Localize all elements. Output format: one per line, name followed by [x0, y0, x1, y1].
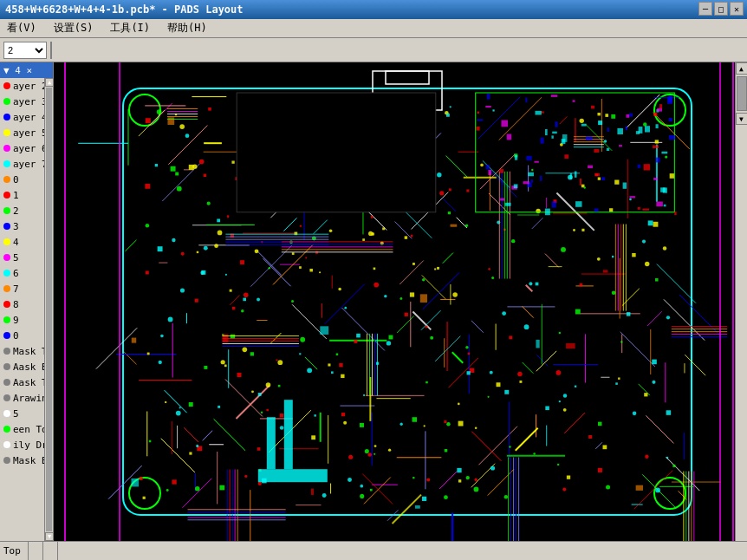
layer-item[interactable]: ayer 7	[0, 156, 44, 172]
layer-item[interactable]: 9	[0, 312, 44, 328]
layer-name: 5	[13, 252, 19, 264]
layer-color-indicator	[3, 176, 10, 183]
scroll-down-button[interactable]: ▼	[45, 532, 53, 541]
layer-item[interactable]: Arawing	[0, 390, 44, 406]
layer-color-indicator	[3, 332, 10, 339]
layer-color-indicator	[3, 285, 10, 292]
scroll-up-button[interactable]: ▲	[45, 78, 53, 87]
pcb-canvas[interactable]	[54, 62, 735, 541]
layer-item[interactable]: 0	[0, 172, 44, 187]
layer-color-indicator	[3, 316, 10, 323]
layer-name: een Top	[13, 424, 44, 435]
layer-name: 7	[13, 283, 19, 295]
layer-item[interactable]: ayer 2	[0, 78, 44, 94]
layer-item[interactable]: Aask Bot	[0, 359, 44, 374]
layer-color-indicator	[3, 441, 10, 448]
layer-name: 5	[13, 408, 19, 420]
menu-item[interactable]: 工具(I)	[107, 19, 153, 37]
layer-color-indicator	[3, 410, 10, 417]
layer-list: ayer 2ayer 3ayer 4ayer 5ayer 6ayer 70123…	[0, 78, 44, 541]
layer-color-indicator	[3, 207, 10, 214]
layer-item[interactable]: Mask To	[0, 343, 44, 359]
layer-name: Aask Bot	[13, 361, 44, 373]
layer-name: Aask Top	[13, 377, 44, 388]
layer-item[interactable]: 8	[0, 296, 44, 312]
maximize-button[interactable]: □	[714, 2, 728, 16]
layer-item[interactable]: 5	[0, 406, 44, 421]
layer-color-indicator	[3, 192, 10, 199]
layer-item[interactable]: 7	[0, 281, 44, 296]
menu-bar: 看(V)设置(S)工具(I)帮助(H)	[0, 19, 747, 38]
layer-item[interactable]: ily Drawi	[0, 437, 44, 453]
layer-item[interactable]: 5	[0, 250, 44, 265]
layer-color-indicator	[3, 379, 10, 386]
layer-item[interactable]: een Top	[0, 421, 44, 437]
layer-color-indicator	[3, 394, 10, 401]
layer-name: ayer 7	[13, 159, 44, 170]
menu-item[interactable]: 设置(S)	[50, 19, 97, 37]
layer-item[interactable]: Aask Top	[0, 374, 44, 390]
layer-color-indicator	[3, 98, 10, 105]
layer-color-indicator	[3, 129, 10, 136]
layer-name: ayer 2	[13, 81, 44, 92]
layer-color-indicator	[3, 348, 10, 355]
window-controls: ─ □ ✕	[698, 2, 744, 16]
layer-color-indicator	[3, 457, 10, 464]
layer-scrollbar: ▲ ▼	[44, 78, 53, 541]
layer-name: ayer 4	[13, 112, 44, 123]
layer-name: 0	[13, 174, 19, 186]
layer-name: 0	[13, 330, 19, 342]
layer-name: 2	[13, 205, 19, 217]
vertical-scrollbar: ▲ ▼	[735, 62, 747, 541]
mode-status	[50, 542, 58, 560]
status-bar: Top	[0, 541, 747, 560]
layer-name: ayer 6	[13, 143, 44, 154]
layer-panel-pin[interactable]: ▼ 4 ×	[3, 65, 32, 76]
title-bar: 458+W+6628+W+4+4-1b.pcb* - PADS Layout ─…	[0, 0, 747, 19]
pcb-canvas-area[interactable]	[54, 62, 735, 541]
layer-item[interactable]: ayer 3	[0, 94, 44, 109]
layer-name: ily Drawi	[13, 440, 44, 451]
layer-color-indicator	[3, 270, 10, 277]
layer-item[interactable]: ayer 4	[0, 109, 44, 125]
minimize-button[interactable]: ─	[698, 2, 712, 16]
menu-item[interactable]: 帮助(H)	[164, 19, 211, 37]
current-layer-label: Top	[3, 545, 21, 557]
layer-name: ayer 3	[13, 96, 44, 107]
layer-name: 6	[13, 268, 19, 279]
layer-item[interactable]: ayer 5	[0, 125, 44, 140]
layer-item[interactable]: 4	[0, 234, 44, 250]
layer-item[interactable]: Mask Bc	[0, 453, 44, 468]
close-button[interactable]: ✕	[730, 2, 744, 16]
layer-panel: ▼ 4 × ayer 2ayer 3ayer 4ayer 5ayer 6ayer…	[0, 62, 54, 541]
layer-item[interactable]: ayer 6	[0, 140, 44, 156]
layer-item[interactable]: 1	[0, 187, 44, 203]
layer-color-indicator	[3, 301, 10, 308]
layer-name: 8	[13, 299, 19, 310]
layer-panel-header: ▼ 4 ×	[0, 62, 53, 78]
layer-name: 3	[13, 221, 19, 232]
layer-name: 1	[13, 190, 19, 201]
scroll-up-button[interactable]: ▲	[736, 62, 748, 75]
scroll-down-button[interactable]: ▼	[736, 113, 748, 125]
layer-item[interactable]: 0	[0, 328, 44, 343]
zoom-select[interactable]: 248	[3, 42, 47, 59]
layer-name: Mask To	[13, 346, 44, 357]
layer-color-indicator	[3, 426, 10, 433]
menu-item[interactable]: 看(V)	[3, 19, 40, 37]
layer-color-indicator	[3, 363, 10, 370]
layer-status: Top	[3, 542, 29, 560]
layer-item[interactable]: 6	[0, 265, 44, 281]
scroll-thumb[interactable]	[737, 76, 747, 111]
layer-item[interactable]: 3	[0, 218, 44, 234]
layer-name: 4	[13, 237, 19, 248]
layer-item[interactable]: 2	[0, 203, 44, 218]
toolbar-separator-1	[50, 42, 52, 59]
layer-name: 9	[13, 315, 19, 326]
scroll-thumb[interactable]	[46, 88, 52, 531]
app-title: 458+W+6628+W+4+4-1b.pcb* - PADS Layout	[5, 3, 244, 16]
toolbar: 248	[0, 38, 747, 62]
layer-color-indicator	[3, 114, 10, 120]
layer-color-indicator	[3, 238, 10, 245]
coord-status	[36, 542, 43, 560]
